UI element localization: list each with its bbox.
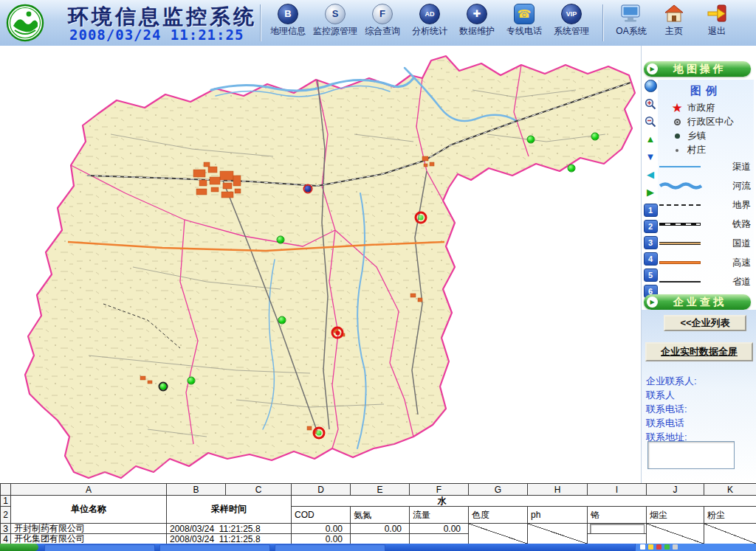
- nav-query[interactable]: F 综合查询: [359, 2, 406, 38]
- enterprise-search-header[interactable]: ▶ 企业查找: [644, 294, 751, 310]
- param-header-ph: ph: [528, 507, 588, 524]
- nav-label: 数据维护: [459, 25, 495, 38]
- contact-label: 企业联系人:: [646, 375, 697, 388]
- map-marker-green[interactable]: [568, 164, 576, 173]
- geo-info-icon: B: [278, 4, 298, 24]
- legend-item-village: 村庄: [658, 143, 754, 157]
- nav-hotline[interactable]: ☎ 专线电话: [501, 2, 548, 38]
- map-marker-green[interactable]: [188, 377, 196, 385]
- legend-panel: 图例 ★ 市政府 行政区中心 乡镇 村庄 渠道: [658, 80, 754, 295]
- col-header: D: [292, 484, 351, 496]
- taskbar-window-button[interactable]: [275, 544, 385, 551]
- na-cell: [528, 524, 588, 544]
- nav-label: 主页: [665, 25, 683, 38]
- param-header-chromium: 铬: [588, 507, 647, 524]
- river-line-icon: [659, 181, 702, 190]
- header-divider: [260, 4, 261, 41]
- nav-statistics[interactable]: AD 分析统计: [406, 2, 453, 38]
- nav-exit[interactable]: 退出: [695, 2, 738, 38]
- legend-item-township: 乡镇: [658, 129, 754, 143]
- flow-value-cell: 0.00: [410, 524, 469, 534]
- map-marker-green[interactable]: [591, 133, 599, 141]
- row-header: 1: [1, 496, 11, 507]
- col-header: F: [410, 484, 469, 496]
- zoom-level-2[interactable]: 2: [644, 220, 658, 233]
- map-marker-blue-ring[interactable]: [303, 184, 313, 194]
- tray-icon[interactable]: [656, 544, 662, 550]
- taskbar-window-button[interactable]: [44, 544, 155, 551]
- tray-icon[interactable]: [664, 544, 670, 550]
- zoom-level-1[interactable]: 1: [644, 204, 658, 217]
- map-marker-red-star-ring[interactable]: [331, 327, 344, 339]
- vip-icon: VIP: [561, 4, 582, 24]
- panel-arrow-icon: ▶: [647, 63, 658, 74]
- grid-corner: [1, 484, 11, 496]
- map-marker-red-ring-green[interactable]: [313, 427, 326, 440]
- col-header: H: [528, 484, 588, 496]
- map-marker-red-ring-green[interactable]: [415, 212, 427, 224]
- phone-icon: ☎: [514, 4, 535, 24]
- nav-label: 专线电话: [506, 25, 542, 38]
- zoom-out-icon[interactable]: [645, 115, 657, 128]
- nav-oa-system[interactable]: OA系统: [610, 2, 653, 38]
- taskbar-window-button[interactable]: [159, 544, 270, 551]
- address-input[interactable]: [647, 441, 735, 469]
- nav-monitor-source[interactable]: S 监控源管理: [312, 2, 359, 38]
- map-marker-green[interactable]: [527, 136, 535, 144]
- flow-value-cell: [410, 534, 469, 544]
- map-marker-green-ring[interactable]: [159, 382, 168, 392]
- map-marker-green[interactable]: [277, 236, 285, 244]
- boundary-line-icon: [659, 204, 701, 206]
- sample-time-cell: 2008/03/24 11:21:25.8: [167, 524, 292, 534]
- system-tray: [635, 544, 756, 551]
- nav-geo-info[interactable]: B 地理信息: [264, 2, 312, 38]
- city-gov-star-icon: ★: [671, 102, 682, 114]
- village-dot-icon: [676, 149, 678, 152]
- map-tool-strip: ▲ ▼ ◀ ▶ 1 2 3 4 5 6: [643, 80, 658, 301]
- legend-item-national-road: 国道: [658, 234, 754, 253]
- tray-icon[interactable]: [640, 544, 645, 550]
- pan-up-icon[interactable]: ▲: [645, 133, 657, 145]
- pan-down-icon[interactable]: ▼: [645, 150, 657, 163]
- unit-name-header: 单位名称: [11, 496, 167, 524]
- zoom-level-5[interactable]: 5: [644, 268, 658, 282]
- epa-logo-icon: [6, 4, 44, 42]
- legend-item-canal: 渠道: [658, 157, 754, 176]
- col-header: G: [469, 484, 528, 496]
- nav-label: 监控源管理: [313, 25, 357, 38]
- nav-system-admin[interactable]: VIP 系统管理: [548, 2, 595, 38]
- col-header: A: [11, 484, 167, 496]
- legend-item-admin-center: 行政区中心: [658, 115, 754, 129]
- nav-label: 系统管理: [554, 25, 589, 38]
- col-header: I: [588, 484, 647, 496]
- unit-name-cell: 开化集团有限公司: [11, 534, 167, 544]
- realtime-data-grid: A B C D E F G H I J K 1 2 3 4 单位名称 采样时间 …: [0, 483, 756, 544]
- map-operations-header[interactable]: ▶ 地图操作: [644, 61, 751, 77]
- enterprise-list-button[interactable]: <<企业列表: [664, 315, 746, 331]
- tray-icon[interactable]: [648, 544, 653, 550]
- nav-data-maintenance[interactable]: ✚ 数据维护: [453, 2, 501, 38]
- enterprise-realtime-fullscreen-button[interactable]: 企业实时数据全屏: [645, 342, 753, 361]
- param-header-cod: COD: [292, 507, 351, 524]
- pan-globe-icon[interactable]: [645, 80, 657, 92]
- unit-name-cell: 开封制药有限公司: [11, 524, 167, 534]
- cell-input-box[interactable]: [590, 524, 645, 534]
- start-button[interactable]: [0, 544, 38, 551]
- nh3n-value-cell: [351, 534, 410, 544]
- admin-center-icon: [674, 119, 681, 125]
- zoom-level-4[interactable]: 4: [644, 252, 658, 266]
- provincial-road-line-icon: [659, 281, 701, 283]
- nh3n-value-cell: 0.00: [351, 524, 410, 534]
- pan-right-icon[interactable]: ▶: [645, 186, 657, 198]
- pan-left-icon[interactable]: ◀: [645, 168, 657, 181]
- statistics-icon: AD: [419, 4, 440, 24]
- zoom-level-3[interactable]: 3: [644, 236, 658, 249]
- nav-home[interactable]: 主页: [653, 2, 695, 38]
- tray-icon[interactable]: [673, 544, 678, 550]
- main-nav: B 地理信息 S 监控源管理 F 综合查询 AD 分析统计 ✚ 数据维护 ☎ 专…: [264, 2, 595, 38]
- map-area[interactable]: [0, 46, 641, 483]
- header-datetime: 2008/03/24 11:21:25: [69, 27, 244, 43]
- zoom-in-icon[interactable]: [645, 97, 657, 110]
- map-marker-green[interactable]: [278, 316, 286, 325]
- exit-icon: [707, 4, 727, 24]
